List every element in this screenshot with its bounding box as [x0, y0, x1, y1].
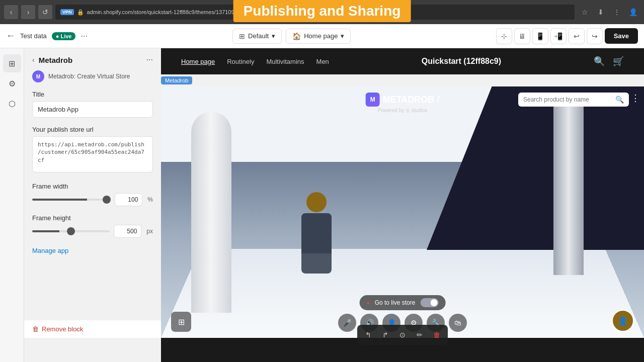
manage-app-link[interactable]: Manage app: [32, 247, 68, 254]
store-nav: Home page Routinely Multivitamins Men: [181, 58, 329, 65]
search-input[interactable]: [523, 96, 611, 103]
preview-area: Home page Routinely Multivitamins Men Qu…: [161, 48, 644, 362]
frame-width-group: Frame width %: [32, 183, 153, 206]
preview-content: Home page Routinely Multivitamins Men Qu…: [161, 48, 644, 338]
homepage-dropdown[interactable]: 🏠 Home page ▾: [286, 29, 351, 44]
frame-height-group: Frame height px: [32, 214, 153, 238]
app-description: Metadrob: Create Virtual Store: [48, 73, 130, 80]
user-avatar-button[interactable]: 👤: [612, 310, 634, 332]
nav-item-men[interactable]: Men: [316, 58, 329, 65]
powered-by-text: Powered by ◎ studios: [377, 108, 427, 113]
browser-menu-button[interactable]: ⋮: [610, 5, 624, 19]
store-pillar-right: [553, 99, 584, 275]
sidebar-more-button[interactable]: ···: [146, 55, 153, 64]
undo-button[interactable]: ↩: [569, 28, 585, 44]
mic-button[interactable]: 🎤: [338, 314, 356, 332]
title-input[interactable]: [32, 101, 153, 118]
align-right-button[interactable]: ↱: [377, 327, 393, 343]
test-data-label: Test data: [20, 32, 47, 40]
sidebar-icon-blocks[interactable]: ⊞: [3, 54, 21, 72]
avatar: [296, 192, 337, 262]
circle-tool-button[interactable]: ⊙: [394, 327, 411, 343]
mobile-view-button[interactable]: 📲: [550, 28, 567, 44]
redo-button[interactable]: ↪: [587, 28, 603, 44]
live-badge: ● Live: [52, 32, 76, 40]
frame-height-control: px: [32, 225, 153, 238]
browser-download-button[interactable]: ⬇: [594, 5, 608, 19]
logo-icon: M: [366, 93, 380, 107]
sidebar-back-button[interactable]: ‹: [32, 56, 35, 64]
delete-button[interactable]: 🗑: [429, 327, 445, 343]
browser-forward-button[interactable]: ›: [21, 5, 35, 19]
more-options-button[interactable]: ···: [80, 32, 87, 41]
live-store-label: Go to live store: [375, 299, 416, 306]
nav-item-homepage[interactable]: Home page: [181, 58, 215, 65]
live-dot: ●: [367, 300, 370, 306]
homepage-icon: 🏠: [292, 32, 301, 40]
store-brand: Quickstart (12ff88c9): [422, 57, 501, 66]
url-text: admin.shopify.com/store/quickstart-12ff8…: [87, 9, 258, 15]
app-info: M Metadrob: Create Virtual Store: [32, 70, 153, 82]
frame-height-slider[interactable]: [32, 230, 110, 232]
sidebar-footer: 🗑 Remove block: [24, 320, 161, 338]
desktop-view-button[interactable]: 🖥: [514, 28, 530, 44]
admin-back-button[interactable]: ←: [6, 31, 15, 41]
sidebar-icon-apps[interactable]: ⬡: [3, 95, 21, 113]
homepage-chevron-icon: ▾: [341, 32, 344, 40]
frame-width-control: %: [32, 193, 153, 206]
frame-height-label: Frame height: [32, 214, 153, 222]
default-dropdown[interactable]: ⊞ Default ▾: [232, 29, 282, 44]
title-field-group: Title: [32, 90, 153, 118]
search-button[interactable]: 🔍: [615, 96, 624, 104]
frame-height-unit: px: [146, 228, 153, 235]
browser-profile-button[interactable]: 👤: [626, 5, 640, 19]
live-store-bar: ● Go to live store: [360, 295, 446, 310]
default-icon: ⊞: [239, 32, 245, 40]
select-tool-button[interactable]: ⊹: [496, 28, 512, 44]
frame-height-input[interactable]: [114, 225, 141, 238]
main-layout: ⊞ ⚙ ⬡ ‹ Metadrob ··· M Metadrob: Create …: [0, 48, 644, 362]
edit-button[interactable]: ✏: [412, 327, 428, 343]
store-cart-button[interactable]: 🛒: [613, 56, 624, 67]
tablet-view-button[interactable]: 📱: [532, 28, 548, 44]
avatar-body: [301, 213, 332, 253]
save-button[interactable]: Save: [605, 28, 638, 44]
default-label: Default: [248, 32, 269, 40]
frame-width-unit: %: [147, 196, 153, 203]
bottom-toolbar: ↰ ↱ ⊙ ✏ 🗑: [161, 338, 644, 362]
frame-width-label: Frame width: [32, 183, 153, 190]
browser-bookmark-button[interactable]: ☆: [578, 5, 592, 19]
admin-topbar: ← Test data ● Live ··· ⊞ Default ▾ 🏠 Hom…: [0, 24, 644, 48]
metadrob-more-button[interactable]: ⋮: [631, 93, 640, 104]
metadrob-logo-bar: M METADROB / Powered by ◎ studios: [366, 93, 440, 113]
url-label: Your publish store url: [32, 126, 153, 133]
browser-refresh-button[interactable]: ↺: [38, 5, 52, 19]
sidebar-panel: ‹ Metadrob ··· M Metadrob: Create Virtua…: [24, 48, 161, 362]
trash-icon: 🗑: [32, 325, 39, 333]
frame-width-slider[interactable]: [32, 199, 111, 201]
virtual-store-bg: M METADROB / Powered by ◎ studios 🔍 ⋮: [161, 86, 644, 338]
metadrob-tag: Metadrob: [161, 76, 192, 84]
left-panel-button[interactable]: ⊞: [171, 312, 191, 332]
store-header: Home page Routinely Multivitamins Men Qu…: [161, 48, 644, 74]
sidebar-wrapper: ⊞ ⚙ ⬡ ‹ Metadrob ··· M Metadrob: Create …: [0, 48, 161, 362]
browser-back-button[interactable]: ‹: [4, 5, 18, 19]
store-search-button[interactable]: 🔍: [594, 56, 605, 67]
sidebar-icon-settings[interactable]: ⚙: [3, 74, 21, 93]
remove-block-button[interactable]: 🗑 Remove block: [32, 325, 83, 333]
store-header-icons: 🔍 🛒: [594, 56, 624, 67]
avatar-head: [306, 192, 327, 212]
default-chevron-icon: ▾: [272, 32, 275, 40]
sidebar-icon-rail: ⊞ ⚙ ⬡: [0, 48, 24, 362]
sidebar-title: Metadrob: [39, 56, 142, 64]
frame-width-input[interactable]: [115, 193, 142, 206]
bag-button[interactable]: 🛍: [449, 314, 467, 332]
store-pillar-left: [191, 112, 231, 313]
nav-item-multivitamins[interactable]: Multivitamins: [266, 58, 304, 65]
remove-block-label: Remove block: [42, 325, 83, 333]
url-textarea[interactable]: https://api.metadrob.com/publish/custome…: [32, 136, 153, 172]
title-label: Title: [32, 90, 153, 98]
align-left-button[interactable]: ↰: [360, 327, 376, 343]
nav-item-routinely[interactable]: Routinely: [227, 58, 254, 65]
live-store-toggle[interactable]: [420, 298, 438, 307]
